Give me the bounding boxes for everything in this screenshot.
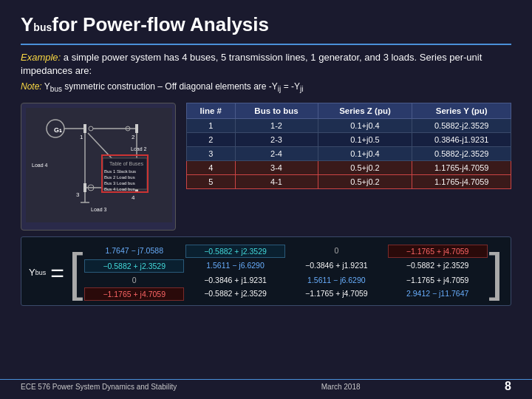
- matrix-cell-0-0: 1.7647 − j7.0588: [84, 245, 184, 258]
- svg-rect-4: [83, 124, 86, 133]
- data-table-area: line # Bus to bus Series Z (pu) Series Y…: [186, 103, 511, 231]
- example-body: a simple power system has 4 buses, 5 tra…: [21, 52, 482, 76]
- matrix-cell-1-1: 1.5611 − j6.6290: [185, 259, 285, 273]
- col-header-bus: Bus to bus: [235, 103, 318, 118]
- footer-page: 8: [505, 380, 511, 393]
- table-header-row: line # Bus to bus Series Z (pu) Series Y…: [187, 103, 511, 118]
- svg-text:Bus 3  Load bus: Bus 3 Load bus: [104, 181, 135, 185]
- table-cell-y: 0.3846-j1.9231: [412, 132, 511, 146]
- table-cell-y: 0.5882-j2.3529: [412, 146, 511, 160]
- table-cell-line: 5: [187, 174, 236, 188]
- svg-text:Bus 4  Load bus: Bus 4 Load bus: [104, 187, 135, 191]
- title-y: Y: [21, 13, 33, 36]
- table-cell-y: 0.5882-j2.3529: [412, 118, 511, 132]
- table-row: 54-10.5+j0.21.1765-j4.7059: [187, 174, 511, 188]
- svg-text:1: 1: [80, 134, 83, 140]
- matrix-cell-2-3: −1.1765 + j4.7059: [388, 274, 488, 286]
- table-row: 22-30.1+j0.50.3846-j1.9231: [187, 132, 511, 146]
- table-cell-z: 0.1+j0.5: [318, 132, 412, 146]
- slide: Ybus for Power-flow Analysis Example: a …: [0, 0, 532, 399]
- svg-text:G₁: G₁: [54, 126, 62, 134]
- matrix-equals: =: [50, 261, 64, 284]
- matrix-cell-0-2: 0: [287, 245, 386, 258]
- table-cell-z: 0.5+j0.2: [318, 160, 412, 174]
- matrix-cell-2-2: 1.5611 − j6.6290: [287, 274, 386, 286]
- svg-text:Load 2: Load 2: [131, 146, 147, 151]
- bracket-left: [: [69, 254, 83, 290]
- matrix-cell-0-3: −1.1765 + j4.7059: [388, 245, 488, 258]
- note-text: Note: Ybus symmetric construction – Off …: [21, 81, 511, 95]
- note-ybus: Ybus symmetric construction – Off diagon…: [44, 81, 304, 92]
- svg-rect-12: [83, 183, 86, 192]
- table-cell-bus: 4-1: [235, 174, 318, 188]
- title-divider: [21, 44, 511, 45]
- matrix-cell-1-2: −0.3846 + j1.9231: [287, 259, 386, 273]
- bracket-right: ]: [489, 254, 503, 290]
- svg-text:3: 3: [76, 191, 80, 198]
- example-text: Example: a simple power system has 4 bus…: [21, 51, 511, 78]
- svg-text:Table of Buses: Table of Buses: [109, 161, 143, 166]
- impedance-table: line # Bus to bus Series Z (pu) Series Y…: [186, 103, 511, 189]
- table-cell-y: 1.1765-j4.7059: [412, 174, 511, 188]
- footer-date: March 2018: [321, 383, 361, 391]
- col-header-z: Series Z (pu): [318, 103, 412, 118]
- title-rest: for Power-flow Analysis: [52, 13, 269, 36]
- table-cell-z: 0.1+j0.4: [318, 146, 412, 160]
- matrix-cell-2-0: 0: [84, 274, 184, 286]
- table-body: 11-20.1+j0.40.5882-j2.352922-30.1+j0.50.…: [187, 118, 511, 188]
- matrix-cell-2-1: −0.3846 + j1.9231: [185, 274, 285, 286]
- table-cell-line: 1: [187, 118, 236, 132]
- matrix-cell-0-1: −0.5882 + j2.3529: [185, 245, 285, 258]
- example-label: Example:: [21, 52, 61, 63]
- table-cell-bus: 2-4: [235, 146, 318, 160]
- table-cell-bus: 2-3: [235, 132, 318, 146]
- table-cell-line: 4: [187, 160, 236, 174]
- table-row: 32-40.1+j0.40.5882-j2.3529: [187, 146, 511, 160]
- col-header-line: line #: [187, 103, 236, 118]
- svg-text:Bus 2  Load bus: Bus 2 Load bus: [104, 175, 135, 180]
- svg-text:Bus 1  Slack bus: Bus 1 Slack bus: [104, 169, 136, 174]
- table-cell-z: 0.1+j0.4: [318, 118, 412, 132]
- matrix-section: Ybus = [ 1.7647 − j7.0588−0.5882 + j2.35…: [21, 236, 511, 306]
- matrix-wrapper: Ybus = [ 1.7647 − j7.0588−0.5882 + j2.35…: [29, 245, 503, 301]
- circuit-svg: G₁ 1 2 Load 2 3: [26, 108, 172, 222]
- svg-text:4: 4: [132, 194, 135, 201]
- svg-text:Load 4: Load 4: [32, 163, 48, 168]
- note-label: Note:: [21, 81, 42, 92]
- matrix-cell-3-3: 2.9412 − j11.7647: [388, 287, 488, 301]
- matrix-grid: 1.7647 − j7.0588−0.5882 + j2.35290−1.176…: [84, 245, 487, 301]
- matrix-cell-3-1: −0.5882 + j2.3529: [185, 287, 285, 301]
- table-cell-bus: 3-4: [235, 160, 318, 174]
- svg-text:2: 2: [132, 134, 135, 140]
- matrix-ybus-label: Ybus: [29, 267, 46, 278]
- title-sub: bus: [33, 21, 52, 33]
- slide-title: Ybus for Power-flow Analysis: [21, 13, 511, 36]
- power-system-diagram: G₁ 1 2 Load 2 3: [21, 103, 176, 231]
- table-cell-line: 2: [187, 132, 236, 146]
- table-row: 11-20.1+j0.40.5882-j2.3529: [187, 118, 511, 132]
- table-cell-z: 0.5+j0.2: [318, 174, 412, 188]
- matrix-cell-3-2: −1.1765 + j4.7059: [287, 287, 386, 301]
- col-header-y: Series Y (pu): [412, 103, 511, 118]
- svg-text:Load 3: Load 3: [91, 207, 107, 212]
- content-area: G₁ 1 2 Load 2 3: [21, 103, 511, 231]
- matrix-cell-3-0: −1.1765 + j4.7059: [84, 287, 184, 301]
- svg-rect-7: [135, 124, 138, 133]
- table-row: 43-40.5+j0.21.1765-j4.7059: [187, 160, 511, 174]
- footer-course: ECE 576 Power System Dynamics and Stabil…: [21, 383, 177, 391]
- table-cell-line: 3: [187, 146, 236, 160]
- table-cell-y: 1.1765-j4.7059: [412, 160, 511, 174]
- matrix-cell-1-3: −0.5882 + j2.3529: [388, 259, 488, 273]
- footer: ECE 576 Power System Dynamics and Stabil…: [0, 379, 532, 393]
- matrix-cell-1-0: −0.5882 + j2.3529: [84, 259, 184, 273]
- table-cell-bus: 1-2: [235, 118, 318, 132]
